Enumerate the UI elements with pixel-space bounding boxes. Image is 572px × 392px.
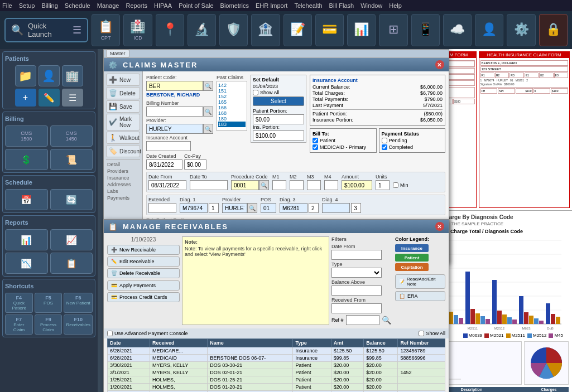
delete-receivable-btn[interactable]: 🗑️ Delete Receivable	[107, 268, 180, 278]
diag-provider-input[interactable]	[222, 203, 247, 213]
table-row[interactable]: 1/25/2021HOLMES,DOS 01-25-21Patient$20.0…	[108, 376, 445, 384]
filter-date-input[interactable]	[331, 250, 382, 260]
read-add-edit-recv-btn[interactable]: 📝 Read/Add/Edit Note	[395, 274, 445, 289]
bill-patient-cb[interactable]	[313, 138, 318, 143]
m2-input[interactable]	[290, 180, 304, 190]
reports-trend-btn[interactable]: 📉	[5, 253, 48, 274]
pending-cb[interactable]	[382, 138, 387, 143]
menu-window[interactable]: Window	[360, 2, 382, 9]
reports-table-btn[interactable]: 📋	[50, 253, 93, 274]
toolbar-cloud[interactable]: ☁️	[443, 14, 472, 46]
provider-input[interactable]	[146, 124, 203, 134]
toolbar-tablet[interactable]: 📱	[411, 14, 440, 46]
shortcut-f4[interactable]: F4 Quick Patient	[5, 293, 33, 313]
cms1500-btn[interactable]: CMS1500	[5, 125, 48, 147]
procedure-code-input[interactable]	[231, 180, 259, 190]
mark-now-btn[interactable]: ✔️ Mark Now	[106, 114, 140, 130]
toolbar-bank[interactable]: 🏦	[251, 14, 280, 46]
reports-bar-btn[interactable]: 📊	[5, 229, 48, 250]
nav-detail-labs[interactable]: Labs	[106, 188, 140, 195]
show-all-recv-cb[interactable]	[419, 331, 424, 336]
date-from-input[interactable]	[148, 180, 186, 190]
toolbar-card[interactable]: 💳	[315, 14, 344, 46]
nav-detail-payments[interactable]: Payments	[106, 195, 140, 201]
diag-provider-search[interactable]: 🔍	[247, 203, 257, 213]
claim-166[interactable]: 166	[218, 105, 246, 110]
m1-input[interactable]	[272, 180, 286, 190]
new-receivable-btn[interactable]: ➕ New Receivable	[107, 245, 180, 255]
billing-number-input[interactable]	[146, 107, 203, 117]
nav-detail-insurance[interactable]: Insurance	[106, 175, 140, 181]
add-patient-btn[interactable]: +	[15, 89, 36, 107]
units-input[interactable]	[376, 180, 390, 190]
advanced-console-cb[interactable]	[107, 331, 113, 336]
patient-code-search-btn[interactable]: 🔍	[203, 81, 213, 91]
extended-input[interactable]	[148, 203, 176, 213]
m4-input[interactable]	[324, 180, 338, 190]
menu-reports[interactable]: Reports	[126, 2, 147, 9]
claim-152[interactable]: 152	[218, 94, 246, 99]
process-credit-btn[interactable]: 💳 Process Credit Cards	[107, 292, 180, 302]
pos-input[interactable]	[261, 203, 276, 213]
menu-hipaa[interactable]: HIPAA	[154, 2, 172, 9]
list-btn[interactable]: ☰	[62, 89, 83, 107]
cms1450-btn[interactable]: CMS1450	[50, 125, 93, 147]
toolbar-notes[interactable]: 📝	[283, 14, 312, 46]
nav-detail-providers[interactable]: Providers	[106, 168, 140, 175]
toolbar-grid[interactable]: ⊞	[379, 14, 407, 46]
diag1-input[interactable]	[180, 203, 208, 213]
save-btn[interactable]: 💾 Save	[106, 100, 140, 113]
claim-180[interactable]: 180	[218, 116, 246, 122]
shortcut-f5[interactable]: F5 POS	[35, 293, 63, 313]
toolbar-pin[interactable]: 📍	[156, 14, 184, 46]
delete-btn[interactable]: 🗑️ Delete	[106, 87, 140, 99]
provider-search-btn[interactable]: 🔍	[203, 124, 213, 134]
filter-balance-input[interactable]	[331, 285, 382, 296]
diag4-num-input[interactable]	[351, 203, 361, 213]
bill-medicaid-cb[interactable]	[313, 144, 318, 150]
copay-input[interactable]	[184, 159, 206, 170]
toolbar-person-out[interactable]: 👤	[475, 14, 503, 46]
filter-type-select[interactable]	[331, 268, 382, 278]
billing-dollar-btn[interactable]: 💲	[5, 149, 48, 170]
claim-165[interactable]: 165	[218, 99, 246, 105]
min-cb[interactable]	[393, 182, 398, 188]
amount-input[interactable]	[342, 180, 372, 190]
schedule-sync-btn[interactable]: 🔄	[50, 189, 93, 210]
diag3-input[interactable]	[280, 203, 307, 213]
billing-number-search-btn[interactable]: 🔍	[203, 107, 213, 117]
ref-input[interactable]	[346, 315, 379, 325]
toolbar-gear[interactable]: ⚙️	[507, 14, 535, 46]
claims-master-close-btn[interactable]: ✕	[435, 60, 444, 69]
patient-portion-input[interactable]	[253, 114, 304, 124]
schedule-calendar-btn[interactable]: 📅	[5, 189, 48, 210]
discount-btn[interactable]: 🏷️ Discount	[106, 145, 140, 157]
shortcut-f7[interactable]: F7 Enter Claim	[5, 314, 33, 335]
edit-patient-btn[interactable]: ✏️	[39, 89, 60, 107]
apply-payments-btn[interactable]: 💳 Apply Payments	[107, 280, 180, 291]
toolbar-icd[interactable]: 🏥 ICD	[123, 14, 152, 46]
date-created-input[interactable]	[146, 159, 182, 170]
menu-help[interactable]: Help	[389, 2, 402, 9]
table-row[interactable]: 6/28/2021MEDICARE...Insurance$125.50$125…	[108, 347, 445, 355]
table-row[interactable]: 3/30/2021MYERS, KELLYDOS 03-30-21Patient…	[108, 362, 445, 369]
patient-icon-building[interactable]: 🏢	[62, 65, 83, 86]
patient-code-input[interactable]	[146, 81, 203, 91]
menu-billflash[interactable]: Bill Flash	[329, 2, 354, 9]
table-row[interactable]: 3/1/2021MYERS, KELLYDOS 02-01-21Patient$…	[108, 369, 445, 376]
walkout-btn[interactable]: 🚶 Walkout	[106, 132, 140, 144]
claim-142[interactable]: 142	[218, 83, 246, 88]
menu-manage[interactable]: Manage	[97, 2, 119, 9]
menu-ehr[interactable]: EHR Import	[256, 2, 287, 9]
toolbar-lock[interactable]: 🔒	[539, 14, 568, 46]
master-tab[interactable]: Master	[106, 50, 129, 57]
patient-icon-file[interactable]: 📁	[15, 65, 36, 86]
table-row[interactable]: 1/20/2021HOLMES,DOS 01-20-21Patient$20.0…	[108, 384, 445, 391]
claim-183[interactable]: 183	[218, 122, 246, 127]
table-row[interactable]: 6/28/2021MEDICAIDBERSTONE DOS 06-07-Insu…	[108, 355, 445, 362]
past-claims-box[interactable]: 142 151 152 165 166 168 180 183	[217, 81, 247, 131]
quick-launch[interactable]: 🔍 Quick Launch ☰	[4, 18, 88, 42]
menu-pos[interactable]: Point of Sale	[179, 2, 213, 9]
patient-icon-person[interactable]: 👤	[39, 65, 60, 86]
menu-biometrics[interactable]: Biometrics	[220, 2, 249, 9]
